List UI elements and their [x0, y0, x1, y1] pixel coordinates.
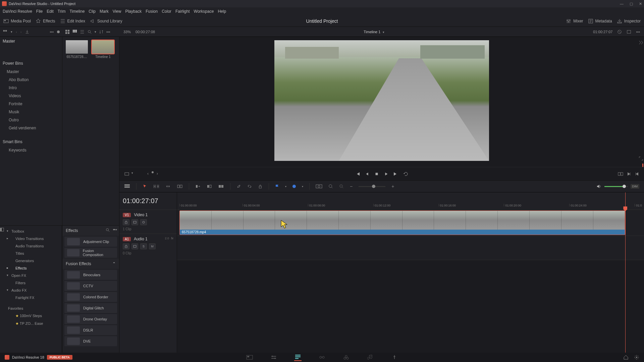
- solo-button[interactable]: S: [140, 243, 147, 249]
- mute-button[interactable]: M: [149, 243, 156, 249]
- marker-icon[interactable]: [292, 185, 296, 188]
- track-lock-button[interactable]: [123, 219, 129, 225]
- fx-dve[interactable]: DVE: [64, 336, 117, 346]
- prev-clip-icon[interactable]: [635, 172, 639, 176]
- menu-mark[interactable]: Mark: [100, 9, 109, 14]
- replace-icon[interactable]: [218, 184, 224, 189]
- menu-davinci[interactable]: DaVinci Resolve: [3, 9, 32, 14]
- timeline-name[interactable]: Timeline 1: [364, 30, 380, 34]
- timeline-view-options-icon[interactable]: [124, 184, 130, 189]
- fx-fusion-comp[interactable]: Fusion Composition: [64, 248, 117, 258]
- bypass-icon[interactable]: [617, 29, 622, 34]
- color-page-tab[interactable]: [342, 354, 350, 361]
- timeline-tracks[interactable]: 01:00:00:00 01:00:04:00 01:00:08:00 01:0…: [177, 192, 644, 353]
- toolbox-node[interactable]: Toolbox: [5, 228, 62, 235]
- chevron-down-icon[interactable]: ▾: [302, 185, 303, 188]
- panel-collapse-icon[interactable]: [0, 228, 4, 232]
- power-bins-header[interactable]: Power Bins: [0, 59, 62, 68]
- collapse-icon[interactable]: ⌃: [112, 261, 116, 266]
- bin-musik[interactable]: Musik: [0, 108, 62, 116]
- deliver-page-tab[interactable]: [391, 354, 398, 361]
- generators-node[interactable]: Generators: [5, 257, 62, 264]
- dynamic-trim-icon[interactable]: [165, 184, 171, 189]
- blade-tool-icon[interactable]: [177, 184, 183, 189]
- bin-keywords[interactable]: Keywords: [0, 146, 62, 154]
- expand-icon[interactable]: [639, 156, 643, 161]
- fusion-page-tab[interactable]: [318, 354, 326, 361]
- bin-abo[interactable]: Abo Button: [0, 76, 62, 84]
- master-bin[interactable]: Master: [0, 37, 62, 46]
- step-back-button[interactable]: [365, 172, 370, 176]
- options-icon[interactable]: •••: [113, 228, 117, 232]
- jog-bar-playhead[interactable]: [642, 164, 643, 167]
- zoom-slider[interactable]: [359, 186, 385, 187]
- audio-track-header[interactable]: A1 Audio 1 fx 2.0 S M 0 Clip: [119, 234, 177, 258]
- next-clip-icon[interactable]: [627, 172, 631, 176]
- thumb-view-icon[interactable]: [65, 29, 70, 34]
- fx-dslr[interactable]: DSLR: [64, 325, 117, 335]
- inspector-toggle[interactable]: Inspector: [617, 18, 641, 24]
- menu-view[interactable]: View: [113, 9, 121, 14]
- fx-digital-glitch[interactable]: Digital Glitch: [64, 303, 117, 313]
- fx-colored-border[interactable]: Colored Border: [64, 292, 117, 302]
- bin-intro[interactable]: Intro: [0, 84, 62, 92]
- auto-select-button[interactable]: [131, 219, 138, 225]
- fairlight-page-tab[interactable]: [367, 354, 374, 361]
- search-icon[interactable]: [105, 228, 110, 232]
- track-lock-button[interactable]: [123, 243, 129, 249]
- bin-geld[interactable]: Geld verdienen: [0, 124, 62, 132]
- speaker-icon[interactable]: [596, 184, 602, 189]
- selection-tool-icon[interactable]: [143, 184, 147, 189]
- edit-index-toggle[interactable]: Edit Index: [60, 18, 85, 24]
- menu-timeline[interactable]: Timeline: [69, 9, 85, 14]
- fx-drone-overlay[interactable]: Drone Overlay: [64, 314, 117, 324]
- custom-zoom-icon[interactable]: [339, 184, 344, 189]
- bin-videos[interactable]: Videos: [0, 92, 62, 100]
- viewer-mode-icon[interactable]: [124, 171, 129, 177]
- prev-edit-icon[interactable]: ‹: [147, 171, 149, 177]
- effects-toggle[interactable]: Effects: [36, 18, 55, 24]
- minimize-button[interactable]: —: [620, 2, 624, 6]
- timeline-viewer[interactable]: [119, 37, 644, 164]
- bin-outro[interactable]: Outro: [0, 116, 62, 124]
- sound-library-toggle[interactable]: Sound Library: [90, 18, 122, 24]
- menu-trim[interactable]: Trim: [58, 9, 66, 14]
- play-button[interactable]: [384, 172, 388, 176]
- fx-binoculars[interactable]: Binoculars: [64, 270, 117, 280]
- mixer-toggle[interactable]: Mixer: [566, 18, 583, 24]
- next-edit-icon[interactable]: ›: [157, 171, 158, 177]
- overwrite-icon[interactable]: [207, 184, 212, 189]
- audio-track-1[interactable]: [177, 236, 644, 260]
- chevron-down-icon[interactable]: ▾: [285, 185, 286, 188]
- filters-node[interactable]: Filters: [5, 279, 62, 287]
- menu-workspace[interactable]: Workspace: [194, 9, 214, 14]
- menu-playback[interactable]: Playback: [125, 9, 142, 14]
- effects-node[interactable]: Effects: [5, 264, 62, 272]
- menu-color[interactable]: Color: [162, 9, 171, 14]
- stop-button[interactable]: [374, 172, 379, 176]
- dim-button[interactable]: DIM: [631, 184, 640, 189]
- fx-adjustment-clip[interactable]: Adjustment Clip: [64, 237, 117, 247]
- audio-transitions-node[interactable]: Audio Transitions: [5, 242, 62, 250]
- fav-100mv[interactable]: ★ 100mV Steps: [5, 312, 62, 320]
- dual-viewer-icon[interactable]: [618, 172, 623, 176]
- zoom-percent[interactable]: 33%: [123, 30, 131, 34]
- bin-view-icon[interactable]: [3, 29, 7, 34]
- auto-select-button[interactable]: [131, 243, 138, 249]
- metadata-toggle[interactable]: Metadata: [588, 18, 612, 24]
- chevron-down-icon[interactable]: ▾: [383, 31, 384, 34]
- zoom-out-button[interactable]: −: [350, 184, 353, 189]
- fav-tpzo[interactable]: ★ TP ZO... Ease: [5, 320, 62, 327]
- media-page-tab[interactable]: [246, 354, 253, 361]
- track-disable-button[interactable]: [140, 219, 147, 225]
- menu-help[interactable]: Help: [218, 9, 226, 14]
- menu-file[interactable]: File: [36, 9, 43, 14]
- maximize-button[interactable]: ▢: [630, 2, 633, 6]
- menu-edit[interactable]: Edit: [47, 9, 54, 14]
- timeline-thumb[interactable]: Timeline 1: [92, 40, 114, 59]
- insert-icon[interactable]: [195, 184, 201, 189]
- menu-fusion[interactable]: Fusion: [146, 9, 158, 14]
- video-clip[interactable]: 657518728.mp4: [179, 210, 625, 235]
- cut-page-tab[interactable]: [270, 354, 277, 361]
- volume-slider[interactable]: [604, 186, 628, 187]
